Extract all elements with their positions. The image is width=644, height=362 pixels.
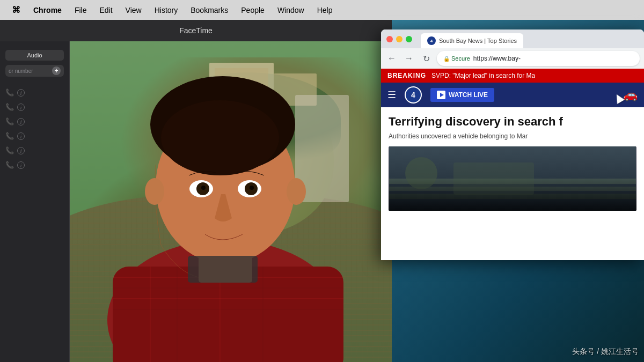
breaking-news-bar: BREAKING SVPD: "Major lead" in search fo… <box>381 69 644 83</box>
add-contact-button[interactable]: + <box>52 67 61 75</box>
audio-button[interactable]: Audio <box>5 50 64 61</box>
menubar-history[interactable]: History <box>148 0 185 20</box>
info-icon-1[interactable]: i <box>17 89 25 97</box>
menubar-help[interactable]: Help <box>311 0 339 20</box>
tab-title: South Bay News | Top Stories <box>439 38 517 44</box>
refresh-button[interactable]: ↻ <box>420 52 433 65</box>
menubar: ⌘ Chrome File Edit View History Bookmark… <box>0 0 644 20</box>
svg-point-18 <box>161 100 279 175</box>
chrome-titlebar: 4 South Bay News | Top Stories <box>381 29 644 48</box>
facetime-window: FaceTime Audio or number + 📞 i 📞 i 📞 <box>0 20 392 362</box>
secure-label: Secure <box>451 55 470 62</box>
maximize-button[interactable] <box>406 36 412 42</box>
news-headline: Terrifying discovery in search f <box>389 115 636 129</box>
news-image <box>389 146 636 211</box>
minimize-button[interactable] <box>396 36 402 42</box>
address-bar[interactable]: 🔒 Secure https://www.bay- <box>437 51 640 66</box>
news-image-overlay <box>389 179 636 211</box>
facetime-title: FaceTime <box>179 26 213 35</box>
phone-icon-4: 📞 <box>5 132 14 140</box>
play-icon <box>437 91 445 99</box>
hamburger-icon[interactable]: ☰ <box>387 89 396 101</box>
back-button[interactable]: ← <box>385 52 398 65</box>
menubar-view[interactable]: View <box>119 0 148 20</box>
news-content-area: Terrifying discovery in search f Authori… <box>381 107 644 211</box>
contact-item-4[interactable]: 📞 i <box>0 129 69 143</box>
phone-icon-6: 📞 <box>5 161 14 169</box>
channel4-logo: 4 <box>405 86 422 104</box>
secure-badge: 🔒 Secure <box>443 55 470 62</box>
phone-icon-2: 📞 <box>5 103 14 111</box>
info-icon-5[interactable]: i <box>17 147 25 154</box>
info-icon-2[interactable]: i <box>17 104 25 111</box>
info-icon-3[interactable]: i <box>17 118 25 125</box>
lock-icon: 🔒 <box>443 56 450 62</box>
facetime-titlebar: FaceTime <box>0 20 392 41</box>
breaking-label: BREAKING <box>387 72 426 79</box>
browser-tab[interactable]: 4 South Bay News | Top Stories <box>421 33 523 48</box>
close-button[interactable] <box>386 36 393 42</box>
phone-icon-3: 📞 <box>5 117 14 125</box>
facetime-sidebar-top: Audio or number + <box>0 46 69 85</box>
watermark: 头条号 / 姚江生活号 <box>572 347 639 357</box>
contact-item-1[interactable]: 📞 i <box>0 85 69 100</box>
url-text: https://www.bay- <box>473 55 521 62</box>
svg-point-23 <box>201 186 206 190</box>
breaking-text: SVPD: "Major lead" in search for Ma <box>431 72 535 79</box>
search-bar[interactable]: or number + <box>5 65 64 77</box>
person-svg <box>70 41 392 362</box>
channel4-favicon: 4 <box>427 36 436 45</box>
contact-item-5[interactable]: 📞 i <box>0 143 69 158</box>
phone-icon-1: 📞 <box>5 88 14 97</box>
watch-live-button[interactable]: WATCH LIVE <box>430 88 494 102</box>
menubar-edit[interactable]: Edit <box>93 0 119 20</box>
contact-item-6[interactable]: 📞 i <box>0 158 69 172</box>
info-icon-4[interactable]: i <box>17 132 25 140</box>
menubar-apple[interactable]: ⌘ <box>5 0 27 20</box>
facetime-sidebar: Audio or number + 📞 i 📞 i 📞 i 📞 <box>0 41 70 362</box>
car-icon: 🚗 <box>623 88 638 102</box>
contact-item-2[interactable]: 📞 i <box>0 100 69 114</box>
forward-button[interactable]: → <box>402 52 415 65</box>
svg-point-26 <box>287 178 306 205</box>
facetime-video <box>70 41 392 362</box>
chrome-window: 4 South Bay News | Top Stories ← → ↻ 🔒 S… <box>381 29 644 260</box>
svg-rect-27 <box>188 256 258 283</box>
watch-live-label: WATCH LIVE <box>449 91 488 99</box>
chrome-toolbar: ← → ↻ 🔒 Secure https://www.bay- <box>381 48 644 69</box>
contact-item-3[interactable]: 📞 i <box>0 114 69 129</box>
svg-point-24 <box>250 186 254 190</box>
facetime-content: Audio or number + 📞 i 📞 i 📞 i 📞 <box>0 41 392 362</box>
menubar-window[interactable]: Window <box>271 0 311 20</box>
play-triangle <box>440 93 444 97</box>
search-placeholder: or number <box>9 68 50 74</box>
menubar-file[interactable]: File <box>68 0 93 20</box>
info-icon-6[interactable]: i <box>17 161 25 169</box>
phone-icon-5: 📞 <box>5 146 14 154</box>
news-subtext: Authorities uncovered a vehicle belongin… <box>389 132 636 141</box>
menubar-chrome[interactable]: Chrome <box>27 0 68 20</box>
news-navigation: ☰ 4 WATCH LIVE 🚗 <box>381 83 644 107</box>
menubar-people[interactable]: People <box>235 0 271 20</box>
svg-point-25 <box>145 178 164 205</box>
menubar-bookmarks[interactable]: Bookmarks <box>184 0 235 20</box>
